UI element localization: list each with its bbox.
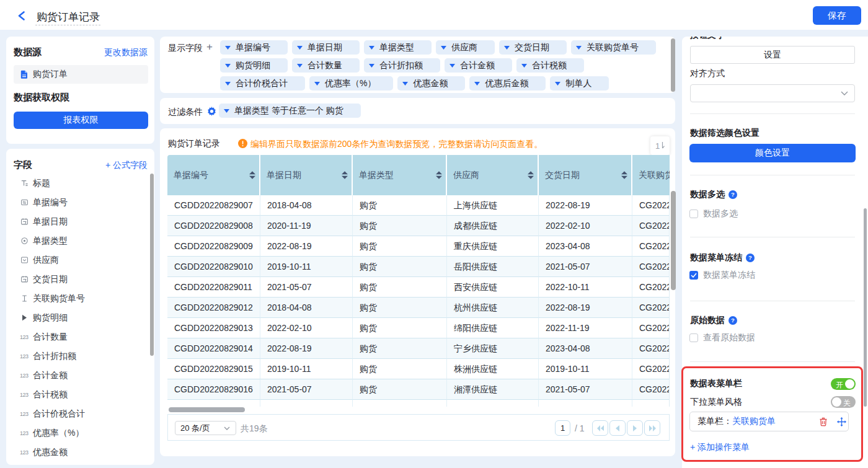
svg-text:?: ? <box>731 191 735 198</box>
svg-text:?: ? <box>748 254 752 261</box>
svg-text:?: ? <box>731 317 735 324</box>
